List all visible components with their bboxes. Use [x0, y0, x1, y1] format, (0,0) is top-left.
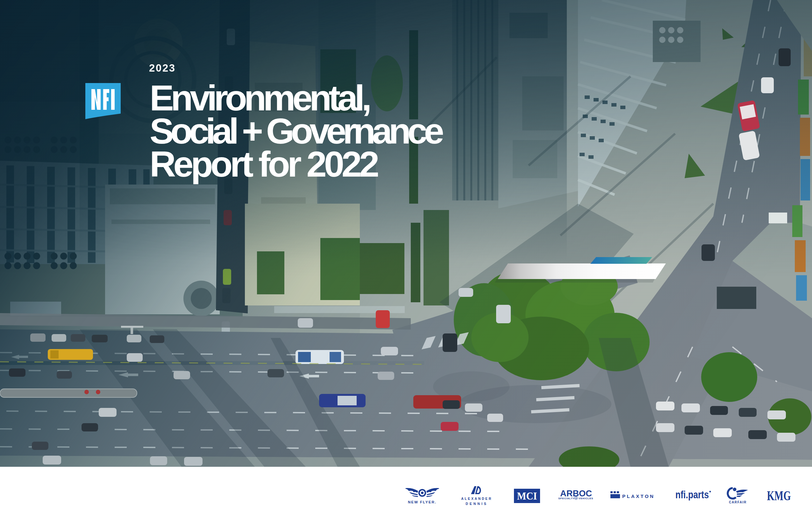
svg-text:KMG: KMG: [767, 489, 791, 503]
svg-text:PLAXTON: PLAXTON: [622, 494, 655, 499]
svg-text:SPECIALTY: SPECIALTY: [558, 497, 575, 500]
svg-text:VEHICLES: VEHICLES: [579, 497, 593, 500]
svg-text:DENNIS: DENNIS: [466, 502, 488, 506]
svg-text:CARFAIR: CARFAIR: [729, 500, 747, 504]
svg-text:MCI: MCI: [517, 490, 537, 502]
svg-text:NEW FLYER.: NEW FLYER.: [408, 500, 437, 504]
svg-text:ALEXANDER: ALEXANDER: [461, 497, 492, 500]
svg-text:nfi.parts: nfi.parts: [676, 489, 709, 500]
svg-text:A: A: [576, 497, 577, 499]
